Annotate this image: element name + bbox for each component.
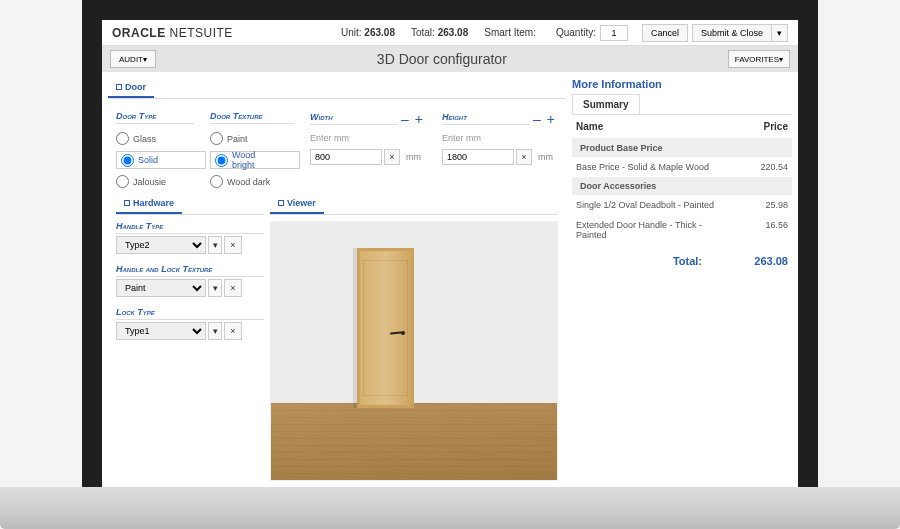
height-input[interactable] [442, 149, 514, 165]
quantity-input[interactable] [600, 25, 628, 41]
summary-col-price: Price [738, 121, 788, 132]
door-handle-icon [401, 331, 405, 335]
summary-row: Single 1/2 Oval Deadbolt - Painted 25.98 [572, 195, 792, 215]
door-texture-option-wood-dark[interactable]: Wood dark [210, 175, 294, 188]
height-hint: Enter mm [442, 133, 558, 143]
smart-item-label: Smart Item: [484, 27, 536, 38]
door-type-option-jalousie[interactable]: Jalousie [116, 175, 194, 188]
caret-down-icon: ▾ [213, 326, 218, 336]
cancel-button[interactable]: Cancel [642, 24, 688, 42]
door-texture-option-paint[interactable]: Paint [210, 132, 294, 145]
more-information-title: More Information [572, 78, 792, 90]
expand-icon [116, 84, 122, 90]
viewer-3d-canvas[interactable] [270, 221, 558, 481]
handle-type-select[interactable]: Type2 [116, 236, 206, 254]
handle-lock-texture-dropdown-button[interactable]: ▾ [208, 279, 222, 297]
summary-row: Extended Door Handle - Thick - Painted 1… [572, 215, 792, 245]
quantity-label: Quantity: [556, 27, 596, 38]
summary-total-value: 263.08 [732, 255, 788, 267]
width-unit: mm [402, 149, 421, 165]
submit-close-button[interactable]: Submit & Close [692, 24, 772, 42]
height-plus-button[interactable]: + [544, 111, 558, 127]
unit-price: Unit: 263.08 [341, 27, 395, 38]
brand-logo: ORACLE NETSUITE [112, 26, 233, 40]
door-preview [357, 248, 414, 408]
door-type-label: Door Type [116, 111, 194, 124]
door-type-option-glass[interactable]: Glass [116, 132, 194, 145]
top-bar: ORACLE NETSUITE Unit: 263.08 Total: 263.… [102, 20, 798, 46]
sub-bar: AUDIT▾ 3D Door configurator FAVORITES▾ [102, 46, 798, 72]
total-price: Total: 263.08 [411, 27, 468, 38]
lock-type-clear-button[interactable]: × [224, 322, 242, 340]
height-clear-button[interactable]: × [516, 149, 532, 165]
door-texture-option-wood-bright[interactable]: Wood bright [210, 151, 300, 169]
handle-lock-texture-select[interactable]: Paint [116, 279, 206, 297]
tab-viewer[interactable]: Viewer [270, 194, 324, 214]
page-title: 3D Door configurator [156, 51, 728, 67]
height-minus-button[interactable]: – [530, 111, 544, 127]
lock-type-label: Lock Type [116, 307, 264, 320]
submit-dropdown-button[interactable]: ▾ [772, 24, 788, 42]
app-screen: ORACLE NETSUITE Unit: 263.08 Total: 263.… [102, 20, 798, 487]
width-plus-button[interactable]: + [412, 111, 426, 127]
summary-col-name: Name [576, 121, 738, 132]
lock-type-select[interactable]: Type1 [116, 322, 206, 340]
summary-total-label: Total: [576, 255, 732, 267]
height-unit: mm [534, 149, 553, 165]
audit-button[interactable]: AUDIT▾ [110, 50, 156, 68]
handle-type-label: Handle Type [116, 221, 264, 234]
summary-section-base: Product Base Price [572, 139, 792, 157]
width-minus-button[interactable]: – [398, 111, 412, 127]
favorites-button[interactable]: FAVORITES▾ [728, 50, 790, 68]
lock-type-dropdown-button[interactable]: ▾ [208, 322, 222, 340]
height-label: Height [442, 112, 530, 125]
clear-icon: × [230, 283, 235, 293]
tab-door[interactable]: Door [108, 78, 154, 98]
summary-section-accessories: Door Accessories [572, 177, 792, 195]
expand-icon [278, 200, 284, 206]
caret-down-icon: ▾ [213, 283, 218, 293]
width-clear-button[interactable]: × [384, 149, 400, 165]
handle-lock-texture-clear-button[interactable]: × [224, 279, 242, 297]
summary-row: Base Price - Solid & Maple Wood 220.54 [572, 157, 792, 177]
clear-icon: × [230, 326, 235, 336]
caret-down-icon: ▾ [213, 240, 218, 250]
clear-icon: × [521, 152, 526, 162]
door-type-option-solid[interactable]: Solid [116, 151, 206, 169]
clear-icon: × [230, 240, 235, 250]
expand-icon [124, 200, 130, 206]
door-texture-label: Door Texture [210, 111, 294, 124]
tab-summary[interactable]: Summary [572, 94, 640, 114]
caret-down-icon: ▾ [777, 28, 782, 38]
handle-type-dropdown-button[interactable]: ▾ [208, 236, 222, 254]
width-hint: Enter mm [310, 133, 426, 143]
laptop-frame: ORACLE NETSUITE Unit: 263.08 Total: 263.… [0, 0, 900, 529]
width-input[interactable] [310, 149, 382, 165]
handle-lock-texture-label: Handle and Lock Texture [116, 264, 264, 277]
handle-type-clear-button[interactable]: × [224, 236, 242, 254]
clear-icon: × [389, 152, 394, 162]
tab-hardware[interactable]: Hardware [116, 194, 182, 214]
width-label: Width [310, 112, 398, 125]
